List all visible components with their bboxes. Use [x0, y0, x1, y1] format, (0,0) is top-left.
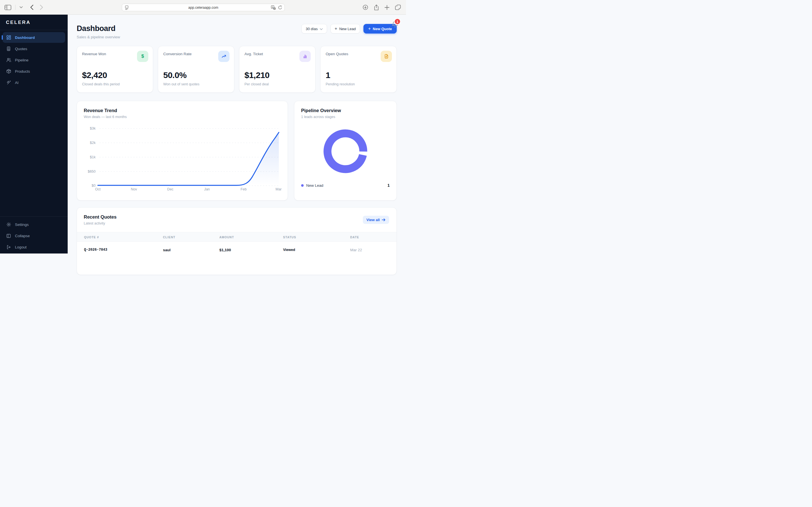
- share-icon[interactable]: [374, 4, 379, 10]
- sidebar-item-dashboard[interactable]: Dashboard: [3, 32, 65, 43]
- svg-text:A: A: [272, 6, 273, 8]
- y-tick: $650: [88, 170, 96, 173]
- url-text: app.celeraapp.com: [188, 6, 218, 10]
- kpi-value: $1,210: [245, 70, 269, 80]
- sidebar-item-label: Logout: [15, 245, 27, 249]
- new-quote-label: New Quote: [373, 27, 392, 31]
- package-icon: [6, 69, 11, 74]
- page-subtitle: Sales & pipeline overview: [77, 35, 120, 39]
- sidebar-item-label: Settings: [15, 223, 29, 227]
- active-accent-bar: [2, 35, 3, 40]
- kpi-subtext: Closed deals this period: [82, 82, 119, 86]
- column-header-amount: AMOUNT: [219, 232, 234, 242]
- table-row[interactable]: Q-2026-7843 saul $1,100 Viewed Mar 22: [77, 242, 397, 253]
- plus-icon: +: [368, 26, 371, 31]
- sidebar-item-ai[interactable]: AI: [3, 77, 65, 88]
- y-tick: $0: [92, 184, 96, 187]
- y-tick: $3k: [90, 126, 96, 130]
- sidebar-item-settings[interactable]: Settings: [3, 219, 65, 230]
- kpi-value: 50.0%: [163, 70, 187, 80]
- tab-overview-icon[interactable]: [395, 4, 401, 10]
- x-tick: Oct: [95, 187, 101, 191]
- sidebar-item-label: Dashboard: [15, 36, 35, 40]
- legend-dot: [301, 184, 304, 187]
- downloads-icon[interactable]: [363, 4, 368, 10]
- kpi-subtext: Per closed deal: [245, 82, 269, 86]
- bar-chart-icon: [299, 51, 311, 62]
- pipeline-overview-card: Pipeline Overview 1 leads across stages …: [294, 101, 397, 201]
- trending-up-icon: [218, 51, 230, 62]
- column-header-client: CLIENT: [163, 232, 175, 242]
- reload-icon[interactable]: [278, 5, 282, 11]
- plus-icon: +: [335, 26, 337, 31]
- address-bar[interactable]: app.celeraapp.com A 文: [122, 4, 285, 11]
- cell-quote-number: Q-2026-7843: [84, 242, 107, 253]
- sidebar-toggle-icon[interactable]: [4, 5, 11, 10]
- kpi-value: 1: [326, 70, 330, 80]
- sidebar-item-label: Products: [15, 69, 30, 73]
- sidebar-item-label: Quotes: [15, 47, 28, 51]
- sidebar-divider-bottom: [0, 216, 68, 217]
- sidebar-divider-top: [0, 30, 68, 30]
- kpi-value: $2,420: [82, 70, 107, 80]
- view-all-label: View all: [366, 218, 380, 222]
- app-window: app.celeraapp.com A 文: [0, 0, 406, 253]
- toolbar-chevron-down-icon[interactable]: [19, 6, 23, 8]
- column-header-date: DATE: [350, 232, 359, 242]
- sidebar-item-quotes[interactable]: Quotes: [3, 43, 65, 54]
- kpi-card-conversion-rate: Conversion Rate 50.0% Won out of sent qu…: [158, 46, 234, 93]
- kpi-subtext: Won out of sent quotes: [163, 82, 199, 86]
- table-header: QUOTE # CLIENT AMOUNT STATUS DATE: [77, 232, 397, 242]
- x-tick: Mar: [275, 187, 282, 191]
- main-content: Dashboard Sales & pipeline overview 30 d…: [68, 15, 406, 253]
- sidebar: CELERA Dashboard: [0, 15, 68, 253]
- new-tab-icon[interactable]: [385, 5, 389, 10]
- toolbar-divider: [15, 5, 15, 10]
- kpi-label: Open Quotes: [326, 52, 348, 56]
- x-tick: Dec: [167, 187, 173, 191]
- sidebar-item-products[interactable]: Products: [3, 66, 65, 76]
- forward-icon[interactable]: [40, 4, 43, 10]
- kpi-card-revenue-won: Revenue Won $ $2,420 Closed deals this p…: [77, 46, 153, 93]
- users-icon: [6, 57, 11, 63]
- chevron-down-icon: [320, 27, 323, 31]
- sidebar-item-collapse[interactable]: Collapse: [3, 230, 65, 241]
- sidebar-item-label: Pipeline: [15, 58, 29, 62]
- page-title: Dashboard: [77, 24, 115, 33]
- donut-segment-new-lead: [324, 130, 367, 173]
- kpi-label: Revenue Won: [82, 52, 106, 56]
- sidebar-item-pipeline[interactable]: Pipeline: [3, 55, 65, 65]
- period-select[interactable]: 30 días: [301, 24, 327, 34]
- reader-view-icon[interactable]: [124, 5, 129, 11]
- new-lead-button[interactable]: + New Lead: [331, 24, 360, 34]
- recent-quotes-card: Recent Quotes Latest activity View all Q…: [77, 207, 397, 253]
- translate-icon[interactable]: A 文: [271, 5, 276, 11]
- period-select-value: 30 días: [306, 27, 318, 31]
- y-tick: $1k: [90, 155, 96, 159]
- dollar-icon: $: [137, 51, 148, 62]
- new-quote-button[interactable]: + New Quote: [363, 24, 397, 34]
- x-tick: Nov: [131, 187, 137, 191]
- calculator-icon: [6, 46, 11, 52]
- back-icon[interactable]: [30, 4, 34, 10]
- table-title: Recent Quotes: [84, 214, 116, 220]
- revenue-line: [98, 132, 279, 185]
- logout-icon: [6, 244, 11, 250]
- view-all-button[interactable]: View all: [363, 216, 389, 224]
- table-subtitle: Latest activity: [84, 221, 105, 225]
- y-tick: $2k: [90, 141, 96, 145]
- kpi-card-open-quotes: Open Quotes 1 Pending resolution: [320, 46, 397, 93]
- sidebar-item-logout[interactable]: Logout: [3, 242, 65, 252]
- browser-toolbar: app.celeraapp.com A 文: [0, 0, 406, 15]
- new-lead-label: New Lead: [339, 27, 356, 31]
- svg-text:文: 文: [273, 8, 275, 10]
- arrow-right-icon: [382, 218, 386, 221]
- notification-badge[interactable]: 1: [394, 18, 401, 25]
- sidebar-item-label: AI: [15, 80, 18, 85]
- x-tick: Jan: [204, 187, 210, 191]
- legend-value: 1: [388, 183, 390, 187]
- cell-date: Mar 22: [350, 242, 362, 253]
- app-logo: CELERA: [6, 20, 31, 25]
- status-badge: Viewed: [283, 242, 295, 253]
- kpi-card-avg-ticket: Avg. Ticket $1,210 Per closed deal: [239, 46, 315, 93]
